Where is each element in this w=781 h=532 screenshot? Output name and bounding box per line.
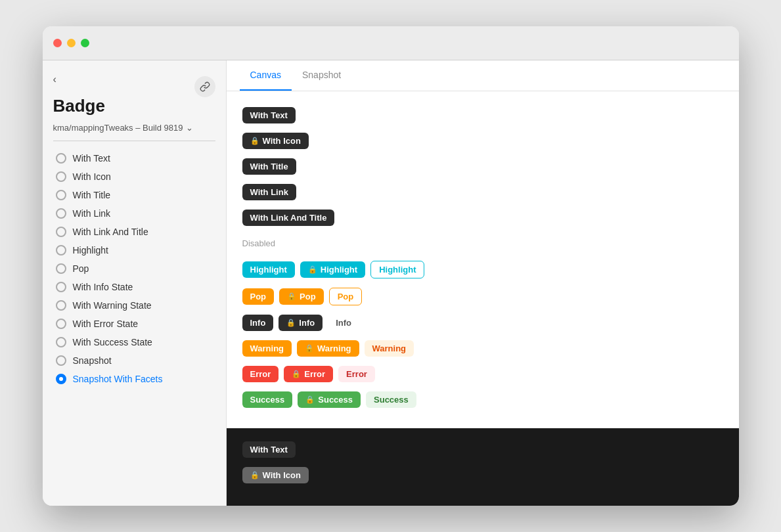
badge-text: Info (299, 318, 315, 328)
nav-label-with-text: With Text (73, 153, 110, 164)
badge-text: Highlight (379, 265, 416, 275)
badge-success-row-0: Success (242, 391, 293, 408)
nav-label-with-warning-state: With Warning State (73, 300, 152, 311)
badge-error-row-2: Error (338, 366, 375, 382)
badge-text: Pop (250, 292, 267, 301)
badge-text: Warning (372, 344, 407, 353)
badge-dark-with-text-0: With Text (242, 441, 296, 458)
canvas-row-with-link-and-title: With Link And Title (242, 210, 723, 226)
radio-with-success-state (56, 337, 66, 347)
sidebar-item-with-icon[interactable]: With Icon (53, 167, 215, 186)
lock-icon: 🔒 (292, 370, 301, 378)
radio-with-link-and-title (56, 227, 66, 237)
badge-pop-row-0: Pop (242, 288, 275, 305)
nav-label-snapshot-with-facets: Snapshot With Facets (73, 374, 163, 384)
minimize-button[interactable] (67, 39, 76, 47)
traffic-lights (53, 39, 89, 47)
lock-icon: 🔒 (287, 292, 296, 301)
radio-with-link (56, 208, 66, 219)
badge-text: With Title (250, 162, 288, 171)
app-window: ‹ Badge kma/mappingTweaks – Build 9819 ⌄… (43, 26, 739, 506)
sidebar-item-with-title[interactable]: With Title (53, 186, 215, 204)
badge-with-link-and-title-0: With Link And Title (242, 210, 335, 226)
nav-label-with-icon: With Icon (73, 171, 111, 182)
maximize-button[interactable] (81, 39, 89, 47)
badge-text: Error (250, 369, 271, 379)
badge-dark-with-icon-0: 🔒With Icon (242, 467, 309, 483)
canvas-row-info-row: Info🔒InfoInfo (242, 315, 723, 331)
badge-text: With Link (250, 187, 288, 197)
badge-text: With Icon (263, 136, 301, 146)
badge-highlight-row-2: Highlight (370, 261, 424, 278)
nav-list: With TextWith IconWith TitleWith LinkWit… (53, 149, 215, 388)
radio-with-info-state (56, 282, 66, 292)
canvas-row-highlight-row: Highlight🔒HighlightHighlight (242, 261, 723, 278)
badge-text: Highlight (250, 265, 287, 275)
sidebar-item-with-warning-state[interactable]: With Warning State (53, 296, 215, 315)
radio-with-title (56, 190, 66, 200)
badge-text: Highlight (321, 265, 357, 275)
sidebar-item-snapshot-with-facets[interactable]: Snapshot With Facets (53, 370, 215, 388)
tab-canvas[interactable]: Canvas (240, 60, 292, 91)
badge-success-row-2: Success (366, 391, 416, 408)
sidebar-item-with-error-state[interactable]: With Error State (53, 315, 215, 333)
badge-text: Success (374, 395, 409, 405)
canvas-white: With Text🔒With IconWith TitleWith LinkWi… (227, 91, 739, 428)
nav-label-pop: Pop (73, 263, 89, 274)
lock-icon: 🔒 (250, 137, 259, 145)
sidebar-item-with-link-and-title[interactable]: With Link And Title (53, 223, 215, 241)
sidebar-subtitle: kma/mappingTweaks – Build 9819 ⌄ (53, 123, 215, 133)
lock-icon: 🔒 (250, 471, 259, 479)
canvas-dark: With Text🔒With Icon (227, 428, 739, 506)
badge-text: Success (250, 395, 285, 405)
lock-icon: 🔒 (305, 344, 314, 353)
dark-badge-rows: With Text🔒With Icon (242, 441, 723, 483)
badge-text: Error (346, 369, 367, 379)
canvas-row-with-icon: 🔒With Icon (242, 133, 723, 149)
radio-with-text (56, 153, 66, 164)
badge-text: Info (250, 318, 266, 328)
badge-info-row-2: Info (328, 315, 359, 331)
badge-highlight-row-0: Highlight (242, 261, 295, 278)
canvas-area: With Text🔒With IconWith TitleWith LinkWi… (227, 91, 739, 506)
sidebar-item-with-text[interactable]: With Text (53, 149, 215, 167)
main-content: Canvas Snapshot With Text🔒With IconWith … (227, 60, 739, 506)
sidebar-item-pop[interactable]: Pop (53, 259, 215, 278)
badge-disabled-label-0: Disabled (242, 235, 284, 252)
tab-snapshot[interactable]: Snapshot (292, 60, 351, 91)
back-button[interactable]: ‹ (53, 74, 215, 85)
badge-text: With Text (250, 110, 288, 120)
link-icon-button[interactable] (194, 76, 215, 97)
sidebar-item-with-link[interactable]: With Link (53, 204, 215, 223)
badge-text: Pop (300, 292, 316, 301)
nav-label-with-info-state: With Info State (73, 282, 133, 292)
sidebar-title: Badge (53, 96, 105, 116)
tabs-bar: Canvas Snapshot (227, 60, 739, 91)
nav-label-with-title: With Title (73, 190, 111, 200)
sidebar-item-highlight[interactable]: Highlight (53, 241, 215, 259)
nav-label-highlight: Highlight (73, 245, 108, 255)
sidebar: ‹ Badge kma/mappingTweaks – Build 9819 ⌄… (43, 60, 227, 506)
canvas-row-success-row: Success🔒SuccessSuccess (242, 391, 723, 408)
badge-text: Info (336, 318, 351, 328)
badge-warning-row-0: Warning (242, 340, 292, 357)
canvas-row-with-title: With Title (242, 158, 723, 175)
radio-highlight (56, 245, 66, 255)
sidebar-item-with-success-state[interactable]: With Success State (53, 333, 215, 351)
badge-rows: With Text🔒With IconWith TitleWith LinkWi… (242, 107, 723, 408)
sidebar-item-with-info-state[interactable]: With Info State (53, 278, 215, 296)
badge-text: With Text (250, 445, 288, 454)
badge-error-row-0: Error (242, 366, 279, 382)
sidebar-item-snapshot[interactable]: Snapshot (53, 351, 215, 370)
badge-text: With Link And Title (250, 213, 327, 223)
badge-with-title-0: With Title (242, 158, 296, 175)
badge-text: With Icon (263, 470, 301, 480)
canvas-row-error-row: Error🔒ErrorError (242, 366, 723, 382)
badge-text: Disabled (242, 238, 276, 248)
badge-text: Pop (338, 292, 354, 301)
radio-pop (56, 263, 66, 274)
radio-snapshot-with-facets (56, 374, 66, 384)
badge-with-icon-0: 🔒With Icon (242, 133, 309, 149)
badge-success-row-1: 🔒Success (298, 391, 361, 408)
close-button[interactable] (53, 39, 62, 47)
